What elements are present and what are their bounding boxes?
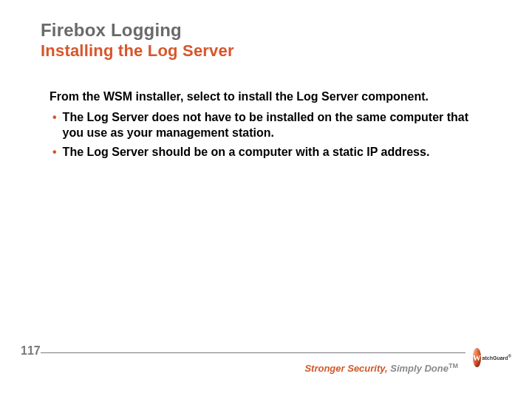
tagline-strong: Stronger Security, — [304, 363, 390, 374]
bullet-list: • The Log Server does not have to be ins… — [50, 109, 488, 160]
slide-header: Firebox Logging Installing the Log Serve… — [41, 21, 502, 61]
logo-badge-icon — [473, 348, 481, 367]
list-item: • The Log Server does not have to be ins… — [50, 109, 488, 141]
bullet-icon: • — [52, 109, 57, 126]
logo-word: atchGuard — [482, 356, 508, 361]
bullet-text: The Log Server does not have to be insta… — [63, 109, 488, 141]
watchguard-logo: atchGuard® — [473, 344, 511, 371]
slide-subtitle: Installing the Log Server — [41, 41, 502, 61]
bullet-icon: • — [52, 144, 57, 160]
logo-text: atchGuard® — [482, 354, 511, 361]
registered-mark: ® — [508, 354, 511, 358]
footer-rule — [41, 352, 466, 353]
tagline-tm: TM — [449, 362, 458, 369]
slide-title: Firebox Logging — [41, 21, 502, 40]
bullet-text: The Log Server should be on a computer w… — [63, 144, 430, 160]
tagline-gray: Simply Done — [390, 363, 449, 374]
page-number: 117 — [21, 344, 41, 358]
slide-content: From the WSM installer, select to instal… — [50, 89, 488, 160]
list-item: • The Log Server should be on a computer… — [50, 144, 488, 160]
intro-text: From the WSM installer, select to instal… — [50, 89, 488, 105]
footer-tagline: Stronger Security, Simply DoneTM — [304, 362, 458, 374]
slide: Firebox Logging Installing the Log Serve… — [0, 0, 532, 399]
